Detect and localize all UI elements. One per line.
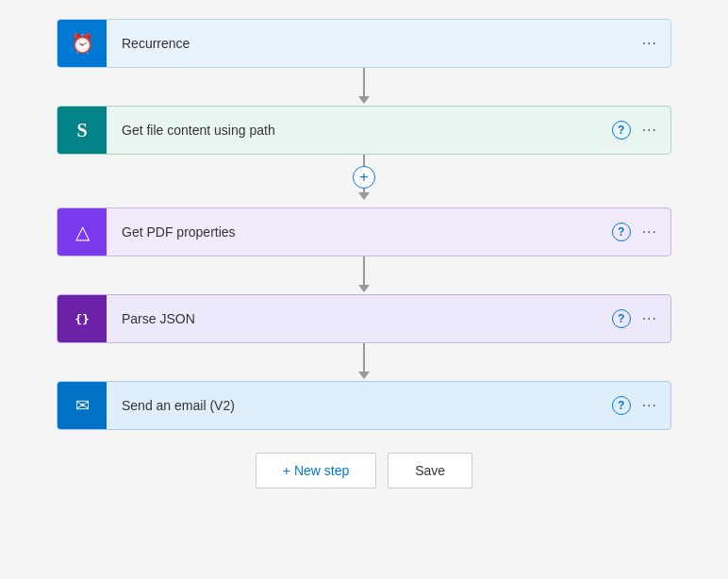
arrow-head-4 bbox=[358, 372, 370, 379]
pdf-ellipsis[interactable]: ··· bbox=[642, 223, 657, 240]
recurrence-actions: ··· bbox=[642, 35, 670, 52]
get-file-label: Get file content using path bbox=[107, 123, 612, 138]
arrow-plus-connector: + bbox=[353, 155, 375, 207]
get-file-actions: ? ··· bbox=[612, 121, 670, 140]
get-file-ellipsis[interactable]: ··· bbox=[642, 122, 657, 139]
step-send-email[interactable]: ✉ Send an email (V2) ? ··· bbox=[57, 381, 671, 430]
add-step-button[interactable]: + bbox=[353, 166, 375, 189]
email-label: Send an email (V2) bbox=[107, 398, 612, 413]
step-parse-json[interactable]: {} Parse JSON ? ··· bbox=[57, 294, 671, 343]
email-help-icon[interactable]: ? bbox=[612, 396, 631, 415]
get-file-help-icon[interactable]: ? bbox=[612, 121, 631, 140]
arrow-line-1 bbox=[363, 68, 365, 96]
pdf-help-icon[interactable]: ? bbox=[612, 223, 631, 241]
step-get-file-content[interactable]: S Get file content using path ? ··· bbox=[57, 106, 671, 155]
arrow-line-4 bbox=[363, 343, 365, 372]
email-ellipsis[interactable]: ··· bbox=[642, 397, 657, 414]
flow-container: ⏰ Recurrence ··· S Get file content usin… bbox=[57, 19, 671, 488]
recurrence-icon: ⏰ bbox=[58, 19, 107, 68]
recurrence-ellipsis[interactable]: ··· bbox=[642, 35, 657, 52]
pdf-actions: ? ··· bbox=[612, 223, 670, 241]
step-recurrence[interactable]: ⏰ Recurrence ··· bbox=[57, 19, 671, 68]
json-help-icon[interactable]: ? bbox=[612, 309, 631, 328]
arrow-head-3 bbox=[358, 285, 370, 292]
json-ellipsis[interactable]: ··· bbox=[642, 310, 657, 327]
arrow-3 bbox=[358, 256, 370, 294]
json-icon: {} bbox=[58, 294, 107, 343]
step-get-pdf-properties[interactable]: △ Get PDF properties ? ··· bbox=[57, 207, 671, 256]
email-actions: ? ··· bbox=[612, 396, 670, 415]
recurrence-label: Recurrence bbox=[107, 36, 642, 51]
arrow-head-plus bbox=[358, 192, 370, 200]
email-icon: ✉ bbox=[58, 381, 107, 430]
json-actions: ? ··· bbox=[612, 309, 670, 328]
save-button[interactable]: Save bbox=[388, 453, 472, 488]
pdf-icon: △ bbox=[58, 207, 107, 256]
pdf-label: Get PDF properties bbox=[107, 224, 612, 240]
sharepoint-icon: S bbox=[58, 106, 107, 155]
arrow-head-1 bbox=[358, 96, 370, 104]
arrow-line-3 bbox=[363, 256, 365, 285]
arrow-1 bbox=[358, 68, 370, 106]
arrow-4 bbox=[358, 343, 370, 381]
new-step-button[interactable]: + New step bbox=[256, 453, 376, 488]
plus-line-top bbox=[363, 155, 365, 166]
bottom-actions: + New step Save bbox=[256, 453, 472, 488]
json-label: Parse JSON bbox=[107, 311, 612, 326]
